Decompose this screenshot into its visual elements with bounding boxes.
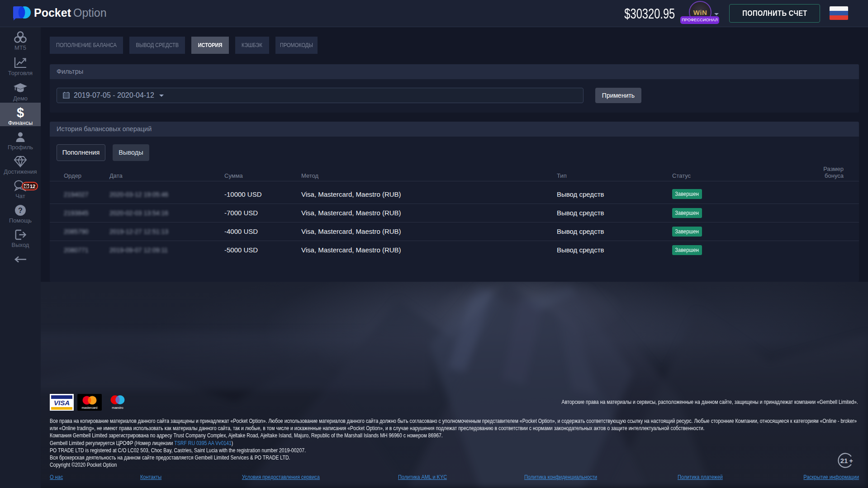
svg-text:+: + [849, 457, 853, 464]
svg-text:VISA: VISA [54, 399, 70, 407]
svg-text:mastercard: mastercard [81, 406, 97, 409]
svg-text:5: 5 [19, 35, 22, 40]
svg-text:21: 21 [840, 457, 848, 464]
svg-text:maestro: maestro [112, 406, 123, 409]
svg-text:?: ? [18, 207, 23, 214]
svg-text:$: $ [17, 105, 24, 120]
